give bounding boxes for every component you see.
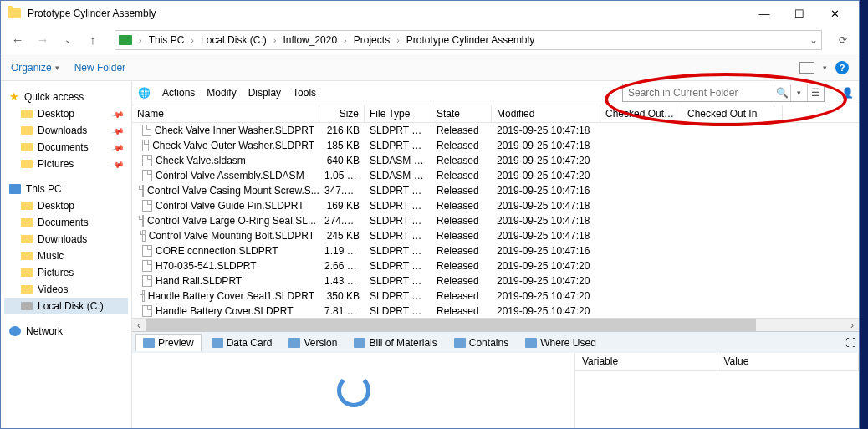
explorer-window: Prototype Cylinder Assembly — ☐ ✕ ← → ⌄ …	[0, 0, 860, 429]
version-icon	[288, 338, 300, 348]
file-name: Handle Battery Cover.SLDPRT	[156, 305, 294, 317]
col-size[interactable]: Size	[319, 105, 365, 122]
close-button[interactable]: ✕	[817, 2, 852, 25]
col-name[interactable]: Name	[132, 105, 319, 122]
up-button[interactable]: ↑	[83, 30, 103, 50]
breadcrumb-item[interactable]: Prototype Cylinder Assembly	[403, 33, 538, 48]
nav-tree: ★Quick access Desktop📌 Downloads📌 Docume…	[1, 81, 131, 428]
globe-icon[interactable]: 🌐	[137, 86, 151, 100]
file-row[interactable]: Control Valve Mounting Bolt.SLDPRT245 KB…	[132, 228, 859, 243]
tree-item[interactable]: Pictures📌	[4, 156, 128, 172]
file-row[interactable]: Control Valve Large O-Ring Seal.SL...274…	[132, 213, 859, 228]
breadcrumb-item[interactable]: Projects	[350, 33, 393, 48]
file-row[interactable]: Hand Rail.SLDPRT1.43 MBSLDPRT FileReleas…	[132, 273, 859, 289]
file-row[interactable]: Handle Battery Cover.SLDPRT7.81 MBSLDPRT…	[132, 304, 859, 318]
tab-version[interactable]: Version	[282, 335, 344, 351]
tab-data-card[interactable]: Data Card	[205, 335, 279, 351]
horizontal-scrollbar[interactable]: ‹ ›	[132, 318, 859, 331]
chevron-down-icon[interactable]: ⌄	[809, 34, 818, 46]
forward-button[interactable]: →	[33, 30, 53, 50]
search-dropdown[interactable]: ▾	[790, 84, 807, 101]
breadcrumb-item[interactable]: Local Disk (C:)	[197, 33, 270, 48]
chevron-right-icon: ›	[191, 35, 194, 45]
kv-value-header[interactable]: Value	[717, 353, 860, 370]
scroll-thumb[interactable]	[146, 319, 756, 331]
file-size: 1.19 MB	[319, 243, 365, 259]
file-modified: 2019-09-25 10:47:16	[492, 243, 600, 259]
file-name: Control Valve Guide Pin.SLDPRT	[156, 200, 304, 212]
file-checked-out-in	[682, 143, 783, 148]
datacard-icon	[212, 338, 223, 348]
tree-item[interactable]: Downloads	[4, 231, 128, 248]
file-row[interactable]: Check Valve Inner Washer.SLDPRT216 KBSLD…	[132, 123, 859, 138]
scroll-right-icon[interactable]: ›	[845, 319, 859, 332]
file-row[interactable]: CORE connection.SLDPRT1.19 MBSLDPRT File…	[132, 243, 859, 258]
search-input[interactable]	[623, 84, 774, 101]
chevron-down-icon[interactable]: ▾	[823, 64, 827, 72]
refresh-button[interactable]: ⟳	[834, 31, 852, 49]
column-headers: Name Size File Type State Modified Check…	[132, 105, 859, 123]
tree-item[interactable]: Videos	[4, 281, 128, 298]
col-checked-out-by[interactable]: Checked Out By	[600, 105, 682, 122]
col-checked-out-in[interactable]: Checked Out In	[682, 105, 783, 122]
file-name: Check Valve.sldasm	[156, 155, 246, 166]
search-options-icon[interactable]: ☰	[807, 84, 824, 101]
tree-item[interactable]: Documents📌	[4, 139, 128, 156]
tree-item[interactable]: Documents	[4, 214, 128, 231]
tab-preview[interactable]: Preview	[135, 334, 202, 351]
breadcrumb-item[interactable]: Inflow_2020	[279, 33, 340, 48]
breadcrumb[interactable]: › This PC › Local Disk (C:) › Inflow_202…	[115, 30, 822, 50]
tree-item[interactable]: Music	[4, 248, 128, 264]
file-checked-out-in	[682, 173, 783, 178]
scroll-left-icon[interactable]: ‹	[132, 319, 146, 332]
search-icon[interactable]: 🔍	[774, 84, 790, 101]
tree-item[interactable]: Desktop	[4, 197, 128, 214]
file-icon	[142, 260, 152, 272]
tree-network[interactable]: Network	[4, 323, 128, 340]
file-row[interactable]: Control Valve Casing Mount Screw.S...347…	[132, 183, 859, 198]
tab-where-used[interactable]: Where Used	[518, 335, 603, 351]
user-icon[interactable]: 👤	[841, 87, 854, 99]
organize-menu[interactable]: Organize▾	[11, 62, 59, 74]
tab-contains[interactable]: Contains	[447, 335, 515, 351]
file-row[interactable]: Check Valve.sldasm640 KBSLDASM FileRelea…	[132, 153, 859, 168]
file-type: SLDPRT File	[365, 197, 431, 214]
file-icon	[142, 245, 152, 257]
file-checked-out-by	[600, 233, 682, 238]
maximize-button[interactable]: ☐	[782, 2, 817, 25]
tree-item[interactable]: Desktop📌	[4, 105, 128, 122]
file-checked-out-in	[682, 278, 783, 283]
tab-bom[interactable]: Bill of Materials	[347, 335, 443, 351]
file-row[interactable]: Handle Battery Cover Seal1.SLDPRT350 KBS…	[132, 289, 859, 304]
breadcrumb-item[interactable]: This PC	[146, 33, 188, 48]
minimize-button[interactable]: —	[747, 2, 782, 25]
recent-dropdown[interactable]: ⌄	[58, 30, 78, 50]
kv-variable-header[interactable]: Variable	[575, 353, 717, 370]
col-type[interactable]: File Type	[365, 105, 431, 122]
tree-item-local-disk[interactable]: Local Disk (C:)	[4, 298, 128, 314]
tree-quick-access[interactable]: ★Quick access	[4, 88, 128, 105]
back-button[interactable]: ←	[8, 30, 28, 50]
file-row[interactable]: Control Valve Guide Pin.SLDPRT169 KBSLDP…	[132, 198, 859, 213]
file-size: 185 KB	[319, 137, 365, 154]
file-row[interactable]: Control Valve Assembly.SLDASM1.05 MBSLDA…	[132, 168, 859, 183]
file-icon	[142, 185, 144, 197]
file-row[interactable]: Check Valve Outer Washer.SLDPRT185 KBSLD…	[132, 138, 859, 153]
folder-icon	[21, 202, 33, 210]
menu-actions[interactable]: Actions	[162, 87, 195, 99]
help-icon[interactable]: ?	[835, 61, 849, 74]
col-modified[interactable]: Modified	[492, 105, 600, 122]
menu-display[interactable]: Display	[248, 87, 281, 99]
tree-item[interactable]: Downloads📌	[4, 122, 128, 139]
expand-icon[interactable]: ⛶	[845, 337, 855, 349]
col-state[interactable]: State	[431, 105, 492, 122]
file-checked-out-in	[682, 128, 783, 133]
file-row[interactable]: H70-035-541.SLDPRT2.66 MBSLDPRT FileRele…	[132, 258, 859, 273]
menu-modify[interactable]: Modify	[207, 87, 236, 99]
file-checked-out-in	[682, 188, 783, 193]
tree-this-pc[interactable]: This PC	[4, 181, 128, 197]
menu-tools[interactable]: Tools	[293, 87, 316, 99]
layout-icon[interactable]	[799, 62, 814, 74]
new-folder-button[interactable]: New Folder	[74, 62, 125, 74]
tree-item[interactable]: Pictures	[4, 264, 128, 281]
